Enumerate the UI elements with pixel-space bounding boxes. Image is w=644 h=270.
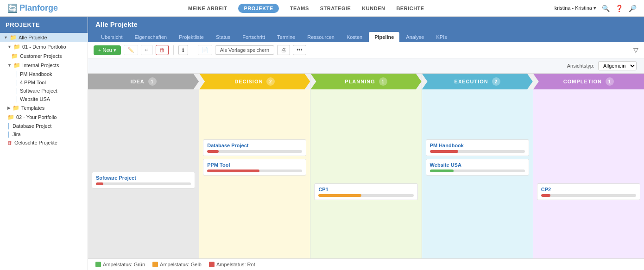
card-name-database-project: Database Project: [207, 143, 302, 148]
sidebar-item-jira[interactable]: │ Jira: [0, 130, 88, 138]
sidebar-item-label: 02 - Your Portfolio: [16, 114, 57, 120]
edit-button[interactable]: ✏️: [124, 45, 138, 55]
folder-icon: 📁: [13, 44, 20, 50]
project-icon: │: [15, 88, 18, 94]
move-button[interactable]: ↵: [141, 45, 153, 55]
project-icon: │: [7, 123, 11, 129]
col-badge-completion: 1: [606, 77, 614, 86]
nav-kunden[interactable]: KUNDEN: [362, 6, 385, 11]
card-database-project[interactable]: Database Project: [203, 139, 306, 156]
sidebar-item-software-project[interactable]: │ Software Project: [0, 87, 88, 95]
sidebar-item-deleted[interactable]: 🗑 Gelöschte Projekte: [0, 138, 88, 147]
tab-pipeline[interactable]: Pipeline: [369, 32, 399, 42]
nav-strategie[interactable]: STRATEGIE: [320, 6, 351, 11]
sidebar-item-your-portfolio[interactable]: 📁 02 - Your Portfolio: [0, 113, 88, 122]
sidebar-item-ppm-tool[interactable]: │ 4 PPM Tool: [0, 78, 88, 87]
sidebar-item-database-project[interactable]: │ Database Project: [0, 122, 88, 130]
sidebar-item-label: Gelöschte Projekte: [14, 140, 57, 145]
progress-bar-container-pm: [430, 150, 525, 153]
tab-analyse[interactable]: Analyse: [400, 32, 429, 42]
toolbar-separator: [173, 45, 174, 55]
tab-kosten[interactable]: Kosten: [341, 32, 368, 42]
card-cp1[interactable]: CP1: [314, 183, 417, 200]
sidebar-item-alle-projekte[interactable]: ▼ 📁 Alle Projekte: [0, 33, 88, 42]
progress-bar-container-wusa: [430, 170, 525, 172]
col-body-execution: PM Handbook Website USA: [422, 89, 533, 258]
page-title: Alle Projekte: [95, 20, 138, 28]
col-badge-idea: 1: [148, 77, 157, 86]
more-button[interactable]: •••: [293, 45, 306, 55]
user-label[interactable]: kristina - Kristina ▾: [555, 5, 596, 11]
new-button[interactable]: + Neu ▾: [94, 45, 121, 55]
zoom-icon[interactable]: 🔎: [629, 5, 637, 12]
card-name-cp2: CP2: [541, 187, 636, 192]
card-website-usa[interactable]: Website USA: [426, 159, 529, 176]
nav-teams[interactable]: TEAMS: [290, 6, 309, 11]
toolbar-right: ▽: [633, 46, 638, 54]
delete-button[interactable]: 🗑: [156, 45, 169, 55]
nav-meine-arbeit[interactable]: MEINE ARBEIT: [188, 6, 227, 11]
main-nav: MEINE ARBEIT PROJEKTE TEAMS STRATEGIE KU…: [188, 4, 424, 13]
save-template-button[interactable]: Als Vorlage speichern: [215, 45, 274, 55]
progress-bar-container-cp1: [318, 194, 413, 197]
sidebar-item-demo-portfolio[interactable]: ▼ 📁 01 - Demo Portfolio: [0, 42, 88, 51]
sidebar-item-internal-projects[interactable]: ▼ 📁 Internal Projects: [0, 61, 88, 70]
folder-icon: 📁: [7, 114, 14, 120]
legend-item-green: Ampelstatus: Grün: [95, 262, 145, 267]
tab-fortschritt[interactable]: Fortschritt: [237, 32, 271, 42]
card-cp2[interactable]: CP2: [537, 183, 640, 200]
template-icon-button[interactable]: 📄: [198, 45, 212, 55]
col-body-completion: CP2: [533, 89, 644, 258]
col-header-idea: IDEA 1: [88, 74, 199, 89]
card-name-website-usa: Website USA: [430, 162, 525, 168]
pipeline-board: IDEA 1 Software Project: [88, 74, 644, 258]
sidebar-item-customer-projects[interactable]: 📁 Customer Projects: [0, 51, 88, 61]
sidebar-item-pm-handbook[interactable]: │ PM Handbook: [0, 70, 88, 78]
top-nav-right: kristina - Kristina ▾ 🔍 ❓ 🔎: [555, 5, 637, 12]
logo-area: 🔄 Planforge: [7, 3, 58, 13]
search-icon[interactable]: 🔍: [602, 5, 610, 12]
legend-item-orange: Ampelstatus: Gelb: [152, 262, 202, 267]
sidebar-item-label: PM Handbook: [20, 71, 52, 77]
help-icon[interactable]: ❓: [615, 5, 623, 12]
tab-ubersicht[interactable]: Übersicht: [95, 32, 128, 42]
col-body-decision: Database Project PPM Tool: [199, 89, 310, 258]
print-button[interactable]: 🖨: [277, 45, 290, 55]
sidebar-header: PROJEKTE: [0, 17, 88, 33]
card-name-cp1: CP1: [318, 187, 413, 192]
sidebar-item-website-usa[interactable]: │ Website USA: [0, 95, 88, 103]
tab-eigenschaften[interactable]: Eigenschaften: [129, 32, 172, 42]
filter-icon[interactable]: ▽: [633, 46, 638, 54]
pipeline-col-planning: PLANNING 1 CP1: [310, 74, 422, 258]
sidebar-item-templates[interactable]: ▶ 📁 Templates: [0, 103, 88, 113]
col-label-execution: EXECUTION: [455, 79, 488, 84]
main-layout: PROJEKTE ▼ 📁 Alle Projekte ▼ 📁 01 - Demo…: [0, 17, 644, 270]
project-icon: │: [7, 132, 11, 137]
sidebar-item-label: Customer Projects: [20, 53, 62, 59]
tab-projektliste[interactable]: Projektliste: [173, 32, 209, 42]
col-body-planning: CP1: [310, 89, 421, 258]
logo-icon: 🔄: [7, 3, 18, 13]
legend-label-red: Ampelstatus: Rot: [216, 262, 255, 267]
tab-status[interactable]: Status: [210, 32, 236, 42]
legend-dot-green: [95, 262, 101, 267]
progress-bar-container-ppm: [207, 170, 302, 172]
col-label-idea: IDEA: [130, 79, 144, 84]
progress-bar-wusa: [430, 170, 454, 172]
tab-kpis[interactable]: KPIs: [430, 32, 452, 42]
tab-ressourcen[interactable]: Ressourcen: [302, 32, 340, 42]
folder-icon: 📁: [10, 34, 17, 41]
nav-berichte[interactable]: BERICHTE: [396, 6, 424, 11]
info-button[interactable]: ℹ: [178, 45, 188, 55]
card-pm-handbook[interactable]: PM Handbook: [426, 139, 529, 156]
tab-termine[interactable]: Termine: [271, 32, 301, 42]
legend-label-orange: Ampelstatus: Gelb: [160, 262, 202, 267]
card-software-project[interactable]: Software Project: [92, 172, 195, 188]
view-selector-dropdown[interactable]: Allgemein: [598, 61, 637, 70]
col-header-execution: EXECUTION 2: [422, 74, 533, 89]
legend-label-green: Ampelstatus: Grün: [103, 262, 145, 267]
legend-dot-red: [209, 262, 215, 267]
progress-bar-cp2: [541, 194, 551, 197]
card-ppm-tool[interactable]: PPM Tool: [203, 159, 306, 176]
nav-projekte[interactable]: PROJEKTE: [238, 4, 278, 13]
